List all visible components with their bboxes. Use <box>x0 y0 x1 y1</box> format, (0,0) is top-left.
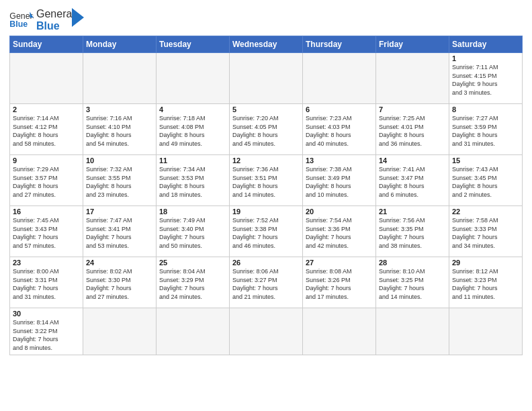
day-info: Sunrise: 7:36 AM Sunset: 3:51 PM Dayligh… <box>232 165 300 199</box>
calendar-cell: 24Sunrise: 8:02 AM Sunset: 3:30 PM Dayli… <box>83 257 157 308</box>
calendar-cell: 16Sunrise: 7:45 AM Sunset: 3:43 PM Dayli… <box>10 206 83 257</box>
calendar-cell <box>230 53 303 104</box>
calendar-cell: 15Sunrise: 7:43 AM Sunset: 3:45 PM Dayli… <box>449 155 523 206</box>
calendar-cell <box>157 53 230 104</box>
day-info: Sunrise: 8:00 AM Sunset: 3:31 PM Dayligh… <box>13 267 80 301</box>
day-info: Sunrise: 7:38 AM Sunset: 3:49 PM Dayligh… <box>306 165 373 199</box>
day-number: 12 <box>232 156 300 165</box>
day-number: 5 <box>232 105 300 113</box>
calendar-cell <box>230 308 303 355</box>
calendar-cell <box>157 308 230 355</box>
day-number: 13 <box>306 156 373 165</box>
calendar-cell: 7Sunrise: 7:25 AM Sunset: 4:01 PM Daylig… <box>376 104 449 155</box>
calendar-cell: 8Sunrise: 7:27 AM Sunset: 3:59 PM Daylig… <box>449 104 523 155</box>
calendar-cell <box>10 53 83 104</box>
day-number: 3 <box>86 105 153 113</box>
calendar-cell: 18Sunrise: 7:49 AM Sunset: 3:40 PM Dayli… <box>157 206 230 257</box>
day-info: Sunrise: 7:32 AM Sunset: 3:55 PM Dayligh… <box>86 165 153 199</box>
calendar-week-row: 16Sunrise: 7:45 AM Sunset: 3:43 PM Dayli… <box>10 206 523 257</box>
day-number: 16 <box>13 208 80 216</box>
header: General Blue General Blue <box>9 7 523 32</box>
day-info: Sunrise: 8:02 AM Sunset: 3:30 PM Dayligh… <box>86 267 153 301</box>
day-info: Sunrise: 7:47 AM Sunset: 3:41 PM Dayligh… <box>86 216 153 250</box>
calendar-cell: 22Sunrise: 7:58 AM Sunset: 3:33 PM Dayli… <box>449 206 523 257</box>
calendar-cell: 25Sunrise: 8:04 AM Sunset: 3:29 PM Dayli… <box>157 257 230 308</box>
calendar-cell: 21Sunrise: 7:56 AM Sunset: 3:35 PM Dayli… <box>376 206 449 257</box>
day-info: Sunrise: 8:14 AM Sunset: 3:22 PM Dayligh… <box>13 318 80 352</box>
day-info: Sunrise: 7:27 AM Sunset: 3:59 PM Dayligh… <box>452 114 519 148</box>
day-info: Sunrise: 8:12 AM Sunset: 3:23 PM Dayligh… <box>452 267 519 301</box>
calendar-week-row: 23Sunrise: 8:00 AM Sunset: 3:31 PM Dayli… <box>10 257 523 308</box>
weekday-header-monday: Monday <box>83 36 157 53</box>
calendar-cell <box>83 308 157 355</box>
day-number: 23 <box>13 259 80 267</box>
day-info: Sunrise: 7:34 AM Sunset: 3:53 PM Dayligh… <box>159 165 226 199</box>
calendar-cell: 14Sunrise: 7:41 AM Sunset: 3:47 PM Dayli… <box>376 155 449 206</box>
day-info: Sunrise: 7:25 AM Sunset: 4:01 PM Dayligh… <box>379 114 446 148</box>
day-info: Sunrise: 7:14 AM Sunset: 4:12 PM Dayligh… <box>13 114 80 148</box>
day-number: 1 <box>452 54 519 62</box>
calendar-cell <box>449 308 523 355</box>
logo-blue: Blue <box>36 20 75 32</box>
day-info: Sunrise: 7:52 AM Sunset: 3:38 PM Dayligh… <box>232 216 300 250</box>
day-info: Sunrise: 7:43 AM Sunset: 3:45 PM Dayligh… <box>452 165 519 199</box>
calendar-cell: 10Sunrise: 7:32 AM Sunset: 3:55 PM Dayli… <box>83 155 157 206</box>
logo-general: General <box>36 8 75 20</box>
day-number: 28 <box>379 259 446 267</box>
day-number: 8 <box>452 105 519 113</box>
weekday-header-wednesday: Wednesday <box>230 36 303 53</box>
calendar-cell: 20Sunrise: 7:54 AM Sunset: 3:36 PM Dayli… <box>303 206 376 257</box>
calendar-cell <box>83 53 157 104</box>
page: General Blue General Blue SundayMondayTu… <box>0 0 532 362</box>
calendar-cell: 13Sunrise: 7:38 AM Sunset: 3:49 PM Dayli… <box>303 155 376 206</box>
day-number: 21 <box>379 208 446 216</box>
day-number: 17 <box>86 208 153 216</box>
calendar-cell: 5Sunrise: 7:20 AM Sunset: 4:05 PM Daylig… <box>230 104 303 155</box>
calendar-cell: 3Sunrise: 7:16 AM Sunset: 4:10 PM Daylig… <box>83 104 157 155</box>
weekday-header-row: SundayMondayTuesdayWednesdayThursdayFrid… <box>10 36 523 53</box>
weekday-header-thursday: Thursday <box>303 36 376 53</box>
day-info: Sunrise: 7:45 AM Sunset: 3:43 PM Dayligh… <box>13 216 80 250</box>
day-number: 10 <box>86 156 153 165</box>
day-info: Sunrise: 7:23 AM Sunset: 4:03 PM Dayligh… <box>306 114 373 148</box>
day-number: 22 <box>452 208 519 216</box>
day-number: 14 <box>379 156 446 165</box>
day-info: Sunrise: 7:54 AM Sunset: 3:36 PM Dayligh… <box>306 216 373 250</box>
calendar-table: SundayMondayTuesdayWednesdayThursdayFrid… <box>9 36 523 355</box>
day-info: Sunrise: 7:11 AM Sunset: 4:15 PM Dayligh… <box>452 63 519 97</box>
calendar-cell <box>303 308 376 355</box>
day-info: Sunrise: 7:58 AM Sunset: 3:33 PM Dayligh… <box>452 216 519 250</box>
calendar-week-row: 9Sunrise: 7:29 AM Sunset: 3:57 PM Daylig… <box>10 155 523 206</box>
day-number: 26 <box>232 259 300 267</box>
weekday-header-sunday: Sunday <box>10 36 83 53</box>
calendar-cell <box>376 53 449 104</box>
day-number: 25 <box>159 259 226 267</box>
day-number: 18 <box>159 208 226 216</box>
day-info: Sunrise: 7:41 AM Sunset: 3:47 PM Dayligh… <box>379 165 446 199</box>
day-info: Sunrise: 7:49 AM Sunset: 3:40 PM Dayligh… <box>159 216 226 250</box>
calendar-cell: 23Sunrise: 8:00 AM Sunset: 3:31 PM Dayli… <box>10 257 83 308</box>
day-number: 2 <box>13 105 80 113</box>
logo-triangle-icon <box>72 8 84 27</box>
day-info: Sunrise: 7:56 AM Sunset: 3:35 PM Dayligh… <box>379 216 446 250</box>
calendar-cell: 1Sunrise: 7:11 AM Sunset: 4:15 PM Daylig… <box>449 53 523 104</box>
day-info: Sunrise: 8:04 AM Sunset: 3:29 PM Dayligh… <box>159 267 226 301</box>
logo: General Blue General Blue <box>9 7 84 32</box>
day-number: 29 <box>452 259 519 267</box>
day-number: 27 <box>306 259 373 267</box>
calendar-week-row: 1Sunrise: 7:11 AM Sunset: 4:15 PM Daylig… <box>10 53 523 104</box>
calendar-week-row: 2Sunrise: 7:14 AM Sunset: 4:12 PM Daylig… <box>10 104 523 155</box>
day-number: 24 <box>86 259 153 267</box>
calendar-cell: 17Sunrise: 7:47 AM Sunset: 3:41 PM Dayli… <box>83 206 157 257</box>
day-number: 30 <box>13 310 80 318</box>
weekday-header-tuesday: Tuesday <box>157 36 230 53</box>
day-number: 15 <box>452 156 519 165</box>
svg-marker-3 <box>72 8 84 27</box>
calendar-cell: 30Sunrise: 8:14 AM Sunset: 3:22 PM Dayli… <box>10 308 83 355</box>
calendar-cell <box>303 53 376 104</box>
day-number: 19 <box>232 208 300 216</box>
svg-text:Blue: Blue <box>9 19 28 29</box>
day-info: Sunrise: 8:10 AM Sunset: 3:25 PM Dayligh… <box>379 267 446 301</box>
day-info: Sunrise: 7:29 AM Sunset: 3:57 PM Dayligh… <box>13 165 80 199</box>
calendar-cell: 11Sunrise: 7:34 AM Sunset: 3:53 PM Dayli… <box>157 155 230 206</box>
